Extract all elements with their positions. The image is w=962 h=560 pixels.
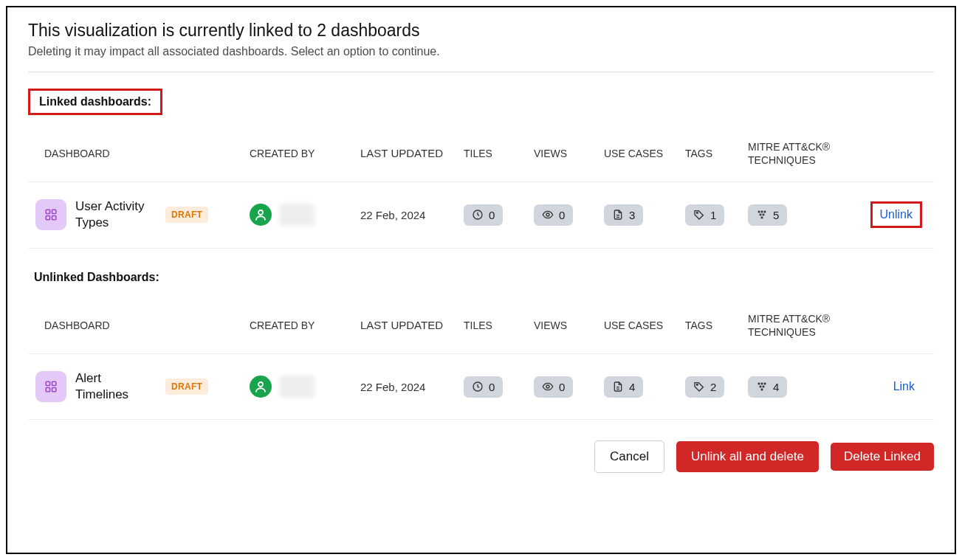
unlinked-dashboards-label: Unlinked Dashboards:	[28, 268, 165, 287]
dashboard-name: Alert Timelines	[75, 370, 157, 403]
last-updated: 22 Feb, 2024	[360, 381, 464, 393]
svg-rect-23	[761, 383, 763, 385]
svg-rect-8	[758, 211, 760, 213]
grid-icon	[756, 209, 768, 221]
col-use-cases: USE CASES	[604, 147, 685, 160]
linked-dashboards-table: DASHBOARD CREATED BY LAST UPDATED TILES …	[28, 115, 934, 249]
svg-point-21	[696, 384, 698, 385]
link-button[interactable]: Link	[886, 376, 922, 398]
mitre-chip: 4	[748, 376, 787, 398]
svg-rect-14	[46, 381, 49, 385]
grid-icon	[756, 381, 768, 393]
col-tags: TAGS	[685, 319, 748, 332]
svg-rect-1	[52, 210, 56, 214]
delete-visualization-dialog: This visualization is currently linked t…	[6, 6, 956, 554]
svg-rect-26	[763, 386, 765, 388]
tiles-chip: 0	[464, 376, 503, 398]
mitre-chip: 5	[748, 204, 787, 226]
avatar	[250, 376, 272, 398]
unlink-button[interactable]: Unlink	[870, 201, 922, 228]
divider	[28, 72, 934, 72]
last-updated: 22 Feb, 2024	[360, 209, 464, 221]
svg-point-18	[258, 382, 263, 387]
col-created-by: CREATED BY	[250, 319, 360, 332]
svg-rect-15	[52, 381, 56, 385]
dialog-footer: Cancel Unlink all and delete Delete Link…	[28, 440, 934, 473]
views-chip: 0	[534, 376, 573, 398]
document-icon	[612, 381, 624, 393]
delete-linked-button[interactable]: Delete Linked	[831, 443, 934, 471]
table-header: DASHBOARD CREATED BY LAST UPDATED TILES …	[28, 287, 934, 354]
col-mitre: MITRE ATT&CK® TECHNIQUES	[748, 140, 844, 167]
svg-point-6	[546, 213, 549, 216]
creator-name-redacted	[279, 376, 315, 398]
svg-rect-22	[758, 383, 760, 385]
dialog-title: This visualization is currently linked t…	[28, 21, 934, 41]
dashboard-name: User Activity Types	[75, 198, 157, 231]
tag-icon	[693, 209, 705, 221]
creator-name-redacted	[279, 204, 315, 226]
usecases-chip: 3	[604, 204, 643, 226]
tags-chip: 2	[685, 376, 724, 398]
svg-rect-16	[46, 388, 49, 392]
linked-dashboards-label: Linked dashboards:	[28, 89, 162, 115]
svg-rect-17	[52, 388, 56, 392]
col-tiles: TILES	[464, 319, 534, 332]
dialog-subtitle: Deleting it may impact all associated da…	[28, 45, 934, 58]
svg-rect-2	[46, 216, 49, 220]
clock-icon	[472, 209, 484, 221]
status-badge: DRAFT	[165, 207, 208, 223]
col-dashboard: DASHBOARD	[35, 147, 250, 160]
cancel-button[interactable]: Cancel	[594, 440, 664, 473]
svg-rect-27	[761, 389, 763, 391]
svg-rect-24	[764, 383, 766, 385]
svg-point-4	[258, 210, 263, 215]
col-tags: TAGS	[685, 147, 748, 160]
svg-rect-10	[764, 211, 766, 213]
col-mitre: MITRE ATT&CK® TECHNIQUES	[748, 312, 844, 339]
table-row: User Activity Types DRAFT 22 Feb, 2024 0	[28, 182, 934, 248]
tag-icon	[693, 381, 705, 393]
col-dashboard: DASHBOARD	[35, 319, 250, 332]
svg-point-7	[696, 212, 698, 214]
tiles-chip: 0	[464, 204, 503, 226]
svg-rect-13	[761, 217, 763, 219]
clock-icon	[472, 381, 484, 393]
col-views: VIEWS	[534, 319, 604, 332]
dashboard-icon	[35, 199, 66, 230]
col-tiles: TILES	[464, 147, 534, 160]
col-last-updated: LAST UPDATED	[360, 318, 464, 333]
svg-rect-9	[761, 211, 763, 213]
status-badge: DRAFT	[165, 378, 208, 395]
unlink-all-delete-button[interactable]: Unlink all and delete	[676, 441, 819, 472]
table-row: Alert Timelines DRAFT 22 Feb, 2024 0	[28, 354, 934, 420]
col-views: VIEWS	[534, 147, 604, 160]
col-last-updated: LAST UPDATED	[360, 146, 464, 161]
svg-rect-0	[46, 210, 49, 214]
eye-icon	[542, 209, 554, 221]
col-created-by: CREATED BY	[250, 147, 360, 160]
views-chip: 0	[534, 204, 573, 226]
svg-rect-11	[760, 214, 762, 216]
tags-chip: 1	[685, 204, 724, 226]
svg-point-20	[546, 385, 549, 388]
document-icon	[612, 209, 624, 221]
svg-rect-25	[760, 386, 762, 388]
eye-icon	[542, 381, 554, 393]
svg-rect-12	[763, 214, 765, 216]
avatar	[250, 204, 272, 226]
col-use-cases: USE CASES	[604, 319, 685, 332]
table-header: DASHBOARD CREATED BY LAST UPDATED TILES …	[28, 115, 934, 182]
unlinked-dashboards-table: DASHBOARD CREATED BY LAST UPDATED TILES …	[28, 287, 934, 421]
usecases-chip: 4	[604, 376, 643, 398]
dashboard-icon	[35, 371, 66, 402]
svg-rect-3	[52, 216, 56, 220]
